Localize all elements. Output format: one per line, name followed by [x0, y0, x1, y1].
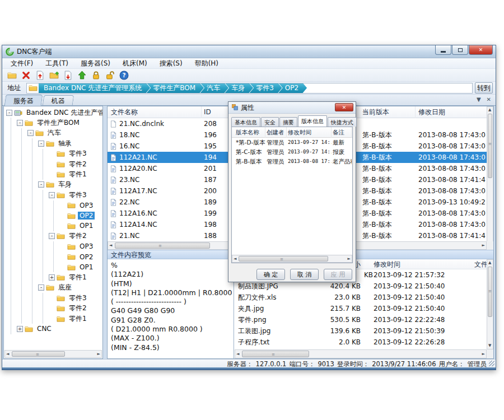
go-button[interactable]: 转到 — [475, 82, 493, 94]
close-tab-icon[interactable]: ✕ — [487, 96, 491, 102]
lock-icon[interactable] — [91, 70, 101, 81]
address-box[interactable]: Bandex DNC 先进生产管理系统零件生产BOM汽车车身零件3OP2 — [26, 83, 473, 94]
tree-node[interactable]: OP3 — [4, 200, 102, 211]
tree-node[interactable]: -车身 — [4, 180, 102, 190]
check-out-file-icon[interactable] — [63, 70, 73, 81]
attachment-row[interactable]: 子程序.txt2.0 KB2013-09-12 22:26:28 — [235, 337, 487, 348]
tree-node[interactable]: 零件2 — [4, 159, 102, 169]
tree-node[interactable]: -零件3 — [4, 190, 102, 200]
tree-expander-minus-icon[interactable]: - — [38, 284, 44, 291]
tree-label[interactable]: OP2 — [78, 253, 95, 261]
unlock-icon[interactable] — [105, 70, 115, 81]
attachment-horizontal-scrollbar[interactable]: ◄ ► ≡ — [235, 349, 487, 358]
column-header-version[interactable]: 当前版本 — [360, 106, 416, 118]
tree-node[interactable]: OP1 — [4, 262, 102, 272]
attachment-name[interactable]: 零件.png — [238, 314, 301, 325]
file-name-cell[interactable]: 23.NC — [110, 174, 202, 185]
open-folder-icon[interactable] — [49, 70, 59, 81]
list-vertical-scrollbar[interactable]: ▲ ▼ ≡ — [487, 106, 493, 250]
version-row[interactable]: *第-D-版本管理员2013-09-27 14:...最新 — [232, 138, 352, 147]
column-header-creator[interactable]: 创建者 — [267, 127, 287, 138]
file-name-cell[interactable]: 16.NC — [110, 141, 202, 152]
attachment-vertical-scrollbar[interactable]: ▲ ▼ ≡ — [487, 259, 493, 349]
tree-expander-plus-icon[interactable]: + — [17, 326, 23, 332]
tree-label[interactable]: 底座 — [57, 283, 73, 292]
tree-label[interactable]: CNC — [35, 325, 53, 333]
tree-expander-minus-icon[interactable]: - — [38, 141, 44, 147]
file-name-cell[interactable]: 112A14.NC — [110, 219, 202, 230]
menu-item-0[interactable]: 文件(F) — [4, 58, 39, 69]
column-header-remark[interactable]: 备注 — [333, 127, 352, 138]
upload-icon[interactable] — [77, 70, 87, 81]
tree-label[interactable]: 零件3 — [67, 190, 88, 200]
tree-node[interactable]: 零件1 — [4, 314, 102, 324]
tree-label[interactable]: 零件3 — [67, 149, 88, 158]
tree-node[interactable]: -零件2 — [4, 231, 102, 241]
tree-expander-minus-icon[interactable]: - — [6, 110, 12, 116]
tree-node[interactable]: OP2 — [4, 211, 102, 221]
dialog-horizontal-scrollbar[interactable]: ◄ ► ≡ — [232, 255, 352, 263]
tree-node[interactable]: +零件1 — [4, 272, 102, 282]
tree-horizontal-scrollbar[interactable]: ◄ ► ≡ — [4, 350, 102, 358]
tree-label[interactable]: 零件2 — [67, 231, 88, 241]
dialog-title-bar[interactable]: 属性 ✕ — [228, 102, 356, 114]
new-file-icon[interactable] — [7, 70, 17, 81]
column-header-modified-time[interactable]: 修改时间 — [288, 127, 332, 138]
tree-label[interactable]: 零件1 — [67, 314, 88, 324]
tree-label[interactable]: 轴承 — [57, 139, 73, 148]
column-header-modified[interactable]: 修改时间 — [374, 259, 472, 269]
breadcrumb-segment-5[interactable]: OP2 — [278, 83, 307, 94]
tree-label[interactable]: 零件2 — [67, 160, 88, 169]
resize-grip[interactable] — [489, 361, 494, 366]
file-name-cell[interactable]: 22.NC — [110, 197, 202, 208]
version-row[interactable]: 第-B-版本管理员2013-08-08 17:...老产品程序 — [232, 157, 352, 166]
attachment-row[interactable]: 配刀文件.xls23.0 KB2013-09-12 21:50:40 — [235, 292, 487, 303]
tree-node[interactable]: 零件1 — [4, 169, 102, 179]
column-header-name[interactable]: 文件名称 — [109, 106, 202, 118]
tree-node[interactable]: -底座 — [4, 283, 102, 293]
file-name-cell[interactable]: 112A16.NC — [110, 208, 202, 219]
dialog-tab-3[interactable]: 版本信息 — [298, 115, 327, 127]
tree-label[interactable]: 零件1 — [67, 170, 88, 179]
tree-node[interactable]: 零件3 — [4, 293, 102, 303]
attachment-name[interactable]: 工装图.jpg — [238, 325, 301, 337]
column-header-version-name[interactable]: 版本名称 — [236, 127, 265, 138]
file-name-cell[interactable]: 112A17.NC — [110, 185, 202, 197]
tree-node[interactable]: 零件3 — [4, 149, 102, 159]
tree-label[interactable]: 车身 — [57, 180, 73, 189]
tree-node[interactable]: -轴承 — [4, 138, 102, 148]
tree-node[interactable]: -Bandex DNC 先进生产管理系统 — [4, 108, 102, 118]
attachment-row[interactable]: 制品顶图.JPG420.4 KB2013-09-12 21:50:40 — [235, 281, 487, 292]
close-button[interactable]: ✕ — [469, 45, 493, 55]
attachment-row[interactable]: 工装图.jpg139.6 KB2013-09-12 21:50:39 — [235, 325, 487, 337]
tree-label[interactable]: OP3 — [78, 202, 95, 209]
tree-label[interactable]: 零件2 — [67, 304, 88, 313]
tree-node[interactable]: 零件2 — [4, 303, 102, 313]
tree-node[interactable]: -零件生产BOM — [4, 118, 102, 128]
attachment-name[interactable]: 制品顶图.JPG — [238, 281, 301, 292]
minimize-button[interactable] — [435, 45, 451, 55]
tree-expander-minus-icon[interactable]: - — [49, 192, 55, 198]
breadcrumb-segment-0[interactable]: Bandex DNC 先进生产管理系统 — [39, 83, 150, 94]
menu-item-2[interactable]: 服务器(S) — [74, 58, 116, 69]
title-bar[interactable]: DNC客户端 ✕ — [2, 45, 496, 58]
view-tab-1[interactable]: 机器 — [43, 95, 74, 105]
tree-label[interactable]: Bandex DNC 先进生产管理系统 — [25, 108, 102, 118]
tree-expander-minus-icon[interactable]: - — [49, 233, 55, 239]
column-header-date[interactable]: 修改日期 — [416, 106, 487, 118]
attachment-name[interactable]: 夹具.jpg — [238, 303, 301, 314]
tree-node[interactable]: OP1 — [4, 221, 102, 231]
menu-item-5[interactable]: 帮助(H) — [189, 58, 225, 69]
file-name-cell[interactable]: 18.NC — [110, 129, 202, 141]
tree-expander-minus-icon[interactable]: - — [27, 130, 34, 136]
tree-node[interactable]: OP2 — [4, 251, 102, 262]
tree-label[interactable]: 汽车 — [46, 128, 63, 138]
file-name-cell[interactable]: 112A21.NC — [110, 152, 202, 163]
dialog-tab-1[interactable]: 安全 — [261, 117, 279, 127]
menu-item-4[interactable]: 搜索(S) — [153, 58, 189, 69]
version-row[interactable]: 第-C-版本管理员2013-09-27 14:...报废 — [232, 147, 352, 157]
check-in-file-icon[interactable] — [35, 70, 45, 81]
breadcrumb-segment-3[interactable]: 车身 — [225, 83, 253, 94]
tree-label[interactable]: OP1 — [78, 263, 95, 271]
tree-node[interactable]: -汽车 — [4, 128, 102, 138]
